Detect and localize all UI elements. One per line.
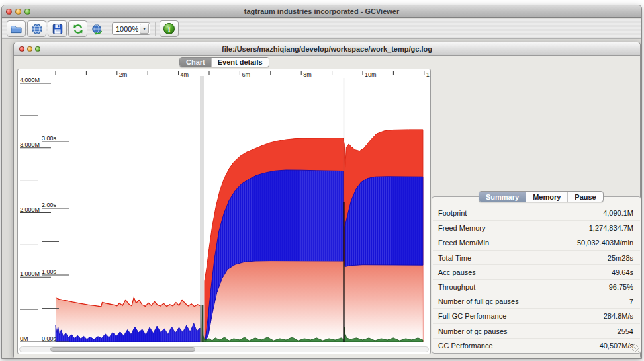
summary-row-value: 1,274,834.7M xyxy=(589,221,633,235)
summary-row-label: Freed Memory xyxy=(438,221,486,235)
pause-axis-label: 0.00s xyxy=(42,335,57,342)
summary-row-value: 7 xyxy=(629,294,633,309)
x-tick-label: 2m xyxy=(119,71,128,78)
toolbar-separator xyxy=(107,22,107,36)
summary-row: Footprint4,090.1M xyxy=(433,206,640,220)
summary-row: Full GC Performance284.8M/s xyxy=(433,308,640,323)
summary-row: Acc pauses49.64s xyxy=(433,264,640,279)
summary-row-label: GC Performance xyxy=(438,339,493,353)
globe-sync-icon xyxy=(91,23,103,35)
app-titlebar[interactable]: tagtraum industries incorporated - GCVie… xyxy=(2,5,641,18)
chart-horizontal-scrollbar[interactable] xyxy=(19,346,429,352)
x-tick-label: 10m xyxy=(365,71,377,78)
summary-row-label: Total Time xyxy=(438,251,471,265)
save-icon xyxy=(52,23,64,35)
memory-axis-label: 1,000M xyxy=(20,270,40,277)
svg-text:i: i xyxy=(168,25,170,33)
scrollbar-thumb[interactable] xyxy=(50,347,195,352)
toolbar-separator2 xyxy=(155,22,156,36)
summary-row-value: 4,090.1M xyxy=(603,206,633,220)
tab-pause[interactable]: Pause xyxy=(567,192,602,202)
refresh-icon xyxy=(72,23,84,35)
summary-row: Total Time25m28s xyxy=(433,250,640,264)
summary-row-value: 96.75% xyxy=(609,280,633,294)
view-tabs: Chart Event details xyxy=(179,57,269,67)
summary-tabs: Summary Memory Pause xyxy=(479,191,604,202)
summary-table: Footprint4,090.1MFreed Memory1,274,834.7… xyxy=(433,206,640,352)
summary-row-label: Full GC Performance xyxy=(438,309,506,323)
document-body: Chart Event details xyxy=(14,56,640,358)
toolbar: 1000% ▾ i xyxy=(2,19,641,39)
summary-row: GC Performance40,507M/s xyxy=(433,338,640,352)
memory-axis-label: 2,000M xyxy=(20,206,40,213)
gc-chart-panel: 2m4m6m8m10m12m 0M1,000M2,000M3,000M4,000… xyxy=(17,69,431,354)
app-window: tagtraum industries incorporated - GCVie… xyxy=(1,5,642,359)
export-button[interactable] xyxy=(48,20,67,37)
summary-row: Freed Mem/Min50,032.403M/min xyxy=(433,235,640,249)
x-tick-label: 12m xyxy=(426,71,430,78)
refresh-button[interactable] xyxy=(68,20,87,37)
memory-axis-label: 3,000M xyxy=(20,141,40,148)
summary-row: Throughput96.75% xyxy=(433,279,640,294)
x-tick-label: 6m xyxy=(242,71,250,78)
summary-row-label: Footprint xyxy=(438,206,467,220)
summary-row-label: Number of full gc pauses xyxy=(438,294,519,309)
summary-row-label: Freed Mem/Min xyxy=(438,235,489,250)
chart-time-ruler: 2m4m6m8m10m12m xyxy=(56,71,430,78)
summary-row: Number of full gc pauses7 xyxy=(433,294,640,308)
zoom-value: 1000% xyxy=(113,25,140,33)
summary-row-label: Acc pauses xyxy=(438,265,476,280)
summary-row-value: 49.64s xyxy=(612,265,633,280)
document-title: file:/Users/mazhiqiang/develop/workspace… xyxy=(14,42,640,56)
summary-row: Freed Memory1,274,834.7M xyxy=(433,220,640,235)
tab-summary[interactable]: Summary xyxy=(479,192,526,202)
globe-icon xyxy=(31,23,43,35)
summary-row-value: 50,032.403M/min xyxy=(577,235,633,250)
summary-row-value: 2554 xyxy=(618,324,633,339)
summary-row-value: 284.8M/s xyxy=(604,309,633,323)
memory-axis-label: 0M xyxy=(20,335,28,342)
resize-grip-icon[interactable] xyxy=(632,344,639,352)
tab-event-details[interactable]: Event details xyxy=(211,58,269,67)
summary-row: Number of gc pauses2554 xyxy=(433,323,640,338)
summary-panel: Footprint4,090.1MFreed Memory1,274,834.7… xyxy=(432,196,641,354)
x-tick-label: 4m xyxy=(181,71,189,78)
x-tick-label: 8m xyxy=(303,71,312,78)
screen: tagtraum industries incorporated - GCVie… xyxy=(0,0,644,361)
memory-axis-label: 4,000M xyxy=(20,77,40,83)
pause-axis-label: 3.00s xyxy=(42,135,57,141)
open-url-button[interactable] xyxy=(27,20,46,37)
document-titlebar[interactable]: file:/Users/mazhiqiang/develop/workspace… xyxy=(14,42,640,56)
chevron-down-icon[interactable]: ▾ xyxy=(140,24,149,34)
gc-chart: 2m4m6m8m10m12m 0M1,000M2,000M3,000M4,000… xyxy=(18,69,430,354)
used-heap-area-3 xyxy=(345,177,423,267)
summary-row-label: Throughput xyxy=(438,280,475,294)
watch-button[interactable] xyxy=(89,21,106,36)
open-file-button[interactable] xyxy=(7,20,26,37)
info-button[interactable]: i xyxy=(160,20,179,37)
summary-row-value: 40,507M/s xyxy=(600,339,633,353)
info-icon: i xyxy=(163,22,175,35)
document-window: file:/Users/mazhiqiang/develop/workspace… xyxy=(13,42,641,358)
chart-plot xyxy=(56,76,423,342)
tab-chart[interactable]: Chart xyxy=(180,58,211,67)
summary-row-value: 25m28s xyxy=(608,251,633,265)
zoom-combobox[interactable]: 1000% ▾ xyxy=(112,22,150,35)
folder-icon xyxy=(10,23,23,34)
pause-axis-label: 1.00s xyxy=(42,268,57,275)
summary-row-label: Number of gc pauses xyxy=(438,324,508,339)
tab-memory[interactable]: Memory xyxy=(526,192,567,202)
pause-axis-label: 2.00s xyxy=(42,202,57,208)
app-title: tagtraum industries incorporated - GCVie… xyxy=(2,5,641,18)
